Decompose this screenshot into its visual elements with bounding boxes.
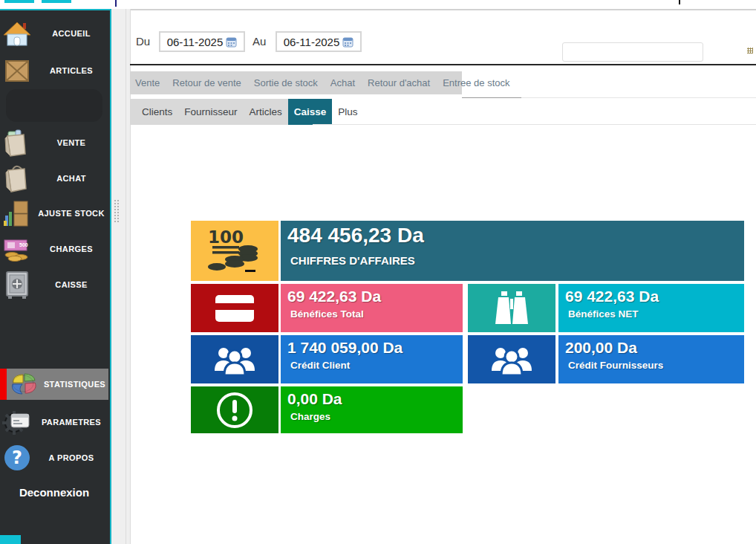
date-to-label: Au: [252, 35, 266, 48]
people-group-icon[interactable]: [191, 335, 278, 383]
sidebar-item-label: CAISSE: [34, 280, 108, 290]
window-tab-stub[interactable]: [42, 0, 71, 3]
credit-card-icon[interactable]: [191, 284, 278, 332]
question-icon: ?: [0, 443, 34, 473]
splitter-grip-icon[interactable]: [114, 199, 120, 223]
active-indicator: [0, 369, 7, 400]
sidebar-item-ajuste-stock[interactable]: AJUSTE STOCK: [0, 196, 108, 230]
credit-client-tile[interactable]: 1 740 059,00 Da Crédit Client: [281, 335, 463, 383]
charges-value: 0,00 Da: [281, 386, 463, 409]
stock-adjust-icon: [0, 198, 34, 229]
benefices-net-value: 69 422,63 Da: [558, 284, 744, 306]
sidebar-item-caisse[interactable]: CAISSE: [0, 268, 108, 302]
tab-achat[interactable]: Achat: [330, 77, 355, 88]
caret-mark: [679, 0, 680, 4]
alert-circle-icon[interactable]: [191, 386, 278, 433]
people-group-icon[interactable]: [468, 335, 555, 383]
revenue-label: CHIFFRES D'AFFAIRES: [281, 254, 744, 267]
caret-mark: [115, 0, 117, 7]
date-from-label: Du: [136, 35, 150, 48]
sidebar-item-label: STATISTIQUES: [41, 380, 108, 389]
charges-label: Charges: [281, 411, 463, 422]
divider: [313, 124, 756, 125]
resize-grip-icon: [747, 48, 753, 54]
date-to-value: 06-11-2025: [284, 36, 340, 48]
credit-fournisseurs-value: 200,00 Da: [558, 335, 744, 357]
sidebar-item-hidden[interactable]: [6, 89, 102, 122]
tab-retour-dachat[interactable]: Retour d'achat: [368, 77, 430, 88]
sidebar-item-label: CHARGES: [34, 245, 108, 254]
money-100-icon[interactable]: 100: [191, 221, 278, 281]
tab-retour-de-vente[interactable]: Retour de vente: [172, 77, 241, 88]
gear-icon: [0, 407, 34, 438]
tab-articles[interactable]: Articles: [244, 99, 288, 125]
crate-icon: [0, 56, 34, 85]
home-icon: [0, 19, 34, 48]
stats-tabs: Clients Fournisseur Articles Caisse Plus: [130, 99, 313, 125]
credit-client-value: 1 740 059,00 Da: [281, 335, 463, 357]
divider: [126, 9, 126, 544]
sidebar-item-label: ARTICLES: [34, 66, 108, 76]
sidebar-item-statistiques[interactable]: STATISTIQUES: [0, 369, 108, 400]
svg-text:500: 500: [19, 242, 28, 247]
banknote-icon: 500: [0, 234, 34, 264]
panel-splitter[interactable]: [111, 9, 131, 544]
sidebar-item-label: VENTE: [34, 138, 108, 148]
benefices-total-value: 69 422,63 Da: [281, 284, 463, 306]
benefices-total-label: Bénéfices Total: [281, 308, 463, 320]
movement-tabs: Vente Retour de vente Sortie de stock Ac…: [130, 71, 462, 94]
sidebar-item-label: AJUSTE STOCK: [34, 209, 108, 218]
credit-fournisseurs-tile[interactable]: 200,00 Da Crédit Fournisseurs: [558, 335, 744, 383]
svg-text:100: 100: [208, 227, 244, 247]
benefices-net-label: Bénéfices NET: [558, 308, 744, 320]
sidebar-item-a-propos[interactable]: ? A PROPOS: [0, 441, 108, 475]
binoculars-icon[interactable]: [468, 284, 555, 332]
sidebar-item-achat[interactable]: ACHAT: [0, 161, 108, 195]
date-from-input[interactable]: 06-11-2025: [159, 31, 245, 52]
taskbar-fragment: [0, 535, 21, 544]
sidebar-item-label: A PROPOS: [34, 453, 108, 463]
credit-fournisseurs-label: Crédit Fournisseurs: [558, 360, 744, 371]
tab-caisse[interactable]: Caisse: [288, 99, 333, 125]
date-from-value: 06-11-2025: [167, 36, 224, 48]
credit-client-label: Crédit Client: [281, 360, 463, 371]
sidebar-item-articles[interactable]: ARTICLES: [0, 54, 108, 88]
calendar-icon[interactable]: [342, 36, 353, 48]
divider: [130, 64, 756, 65]
app-window: ACCUEIL ARTICLES VE: [0, 0, 756, 544]
sale-bag-icon: [0, 127, 34, 158]
sidebar-item-label: ACHAT: [34, 174, 108, 184]
tab-sortie-de-stock[interactable]: Sortie de stock: [254, 77, 318, 88]
tab-vente[interactable]: Vente: [135, 77, 160, 88]
tab-entree-de-stock[interactable]: Entree de stock: [443, 77, 509, 88]
sidebar-item-accueil[interactable]: ACCUEIL: [0, 16, 108, 51]
purchase-bag-icon: [0, 163, 34, 194]
date-to-input[interactable]: 06-11-2025: [276, 31, 362, 52]
pie-chart-icon: [7, 372, 41, 396]
benefices-net-tile[interactable]: 69 422,63 Da Bénéfices NET: [558, 284, 744, 332]
sidebar-item-label: ACCUEIL: [34, 29, 108, 39]
filter-combobox[interactable]: [562, 42, 703, 62]
tab-fournisseur[interactable]: Fournisseur: [178, 99, 243, 125]
tab-clients[interactable]: Clients: [136, 99, 178, 125]
sidebar: ACCUEIL ARTICLES VE: [0, 9, 111, 544]
sidebar-item-parametres[interactable]: PARAMETRES: [0, 405, 108, 439]
svg-text:?: ?: [12, 447, 22, 468]
divider: [462, 97, 521, 98]
sidebar-item-vente[interactable]: VENTE: [0, 126, 108, 160]
revenue-value: 484 456,23 Da: [281, 221, 744, 248]
divider: [521, 97, 756, 98]
revenue-tile[interactable]: 484 456,23 Da CHIFFRES D'AFFAIRES: [281, 221, 744, 281]
logout-button[interactable]: Deconnexion: [0, 486, 108, 499]
benefices-total-tile[interactable]: 69 422,63 Da Bénéfices Total: [281, 284, 463, 332]
window-tab-stub[interactable]: [4, 0, 34, 3]
calendar-icon[interactable]: [226, 36, 237, 48]
charges-tile[interactable]: 0,00 Da Charges: [281, 386, 463, 433]
safe-icon: [0, 269, 34, 300]
tab-plus[interactable]: Plus: [332, 99, 363, 125]
sidebar-item-charges[interactable]: 500 CHARGES: [0, 232, 108, 266]
sidebar-item-label: PARAMETRES: [34, 418, 108, 427]
